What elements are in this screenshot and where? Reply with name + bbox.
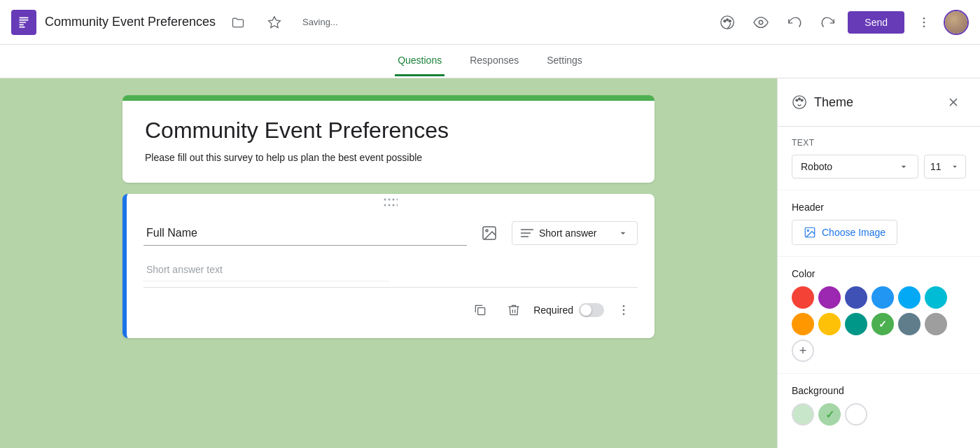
svg-point-7 xyxy=(724,20,726,22)
color-section: Color + xyxy=(778,257,980,374)
more-options-question-btn[interactable] xyxy=(610,296,638,324)
topbar-right: Send xyxy=(713,8,969,36)
color-swatch-teal[interactable] xyxy=(845,313,867,335)
undo-icon-btn[interactable] xyxy=(780,8,808,36)
palette-icon-btn[interactable] xyxy=(713,8,741,36)
font-size: 11 xyxy=(930,161,941,172)
svg-point-16 xyxy=(393,199,395,201)
add-image-btn[interactable] xyxy=(475,219,503,247)
svg-rect-27 xyxy=(478,308,485,315)
theme-panel: Theme Text Roboto 11 xyxy=(777,78,980,448)
choose-image-label: Choose Image xyxy=(822,227,886,238)
svg-rect-1 xyxy=(19,19,28,20)
color-swatch-orange[interactable] xyxy=(792,313,814,335)
svg-point-33 xyxy=(799,98,801,100)
color-swatch-red[interactable] xyxy=(792,286,814,309)
text-section-label: Text xyxy=(792,138,966,148)
choose-image-btn[interactable]: Choose Image xyxy=(792,220,897,245)
document-title: Community Event Preferences xyxy=(45,15,216,29)
form-title: Community Event Preferences xyxy=(145,118,632,144)
more-options-btn[interactable] xyxy=(910,8,938,36)
svg-rect-4 xyxy=(19,26,24,27)
svg-point-14 xyxy=(384,199,386,201)
svg-point-17 xyxy=(397,199,398,201)
delete-btn[interactable] xyxy=(500,296,528,324)
svg-point-21 xyxy=(397,204,398,206)
svg-rect-2 xyxy=(19,22,26,23)
bg-swatch-white[interactable] xyxy=(845,403,867,426)
required-label: Required xyxy=(533,304,573,316)
color-swatch-purple[interactable] xyxy=(818,286,841,309)
svg-point-6 xyxy=(721,15,734,28)
drag-handle[interactable] xyxy=(127,194,654,208)
font-row: Roboto 11 xyxy=(792,155,966,178)
header-section: Header Choose Image xyxy=(778,190,980,257)
question-body: Short answer Short answer text xyxy=(127,208,654,338)
color-swatch-indigo[interactable] xyxy=(845,286,867,309)
star-icon-btn[interactable] xyxy=(260,8,288,36)
tabs-bar: Questions Responses Settings xyxy=(0,45,980,78)
svg-point-19 xyxy=(388,204,391,206)
svg-point-34 xyxy=(801,99,803,102)
svg-rect-3 xyxy=(19,24,24,25)
panel-header: Theme xyxy=(778,78,980,127)
svg-point-20 xyxy=(393,204,395,206)
svg-point-18 xyxy=(384,204,386,206)
font-size-select[interactable]: 11 xyxy=(924,155,966,178)
answer-type-select[interactable]: Short answer xyxy=(512,221,638,245)
eye-icon-btn[interactable] xyxy=(747,8,775,36)
canvas-area: Community Event Preferences Please fill … xyxy=(0,78,777,448)
svg-point-11 xyxy=(923,17,925,19)
app-icon xyxy=(11,10,36,35)
answer-text-preview: Short answer text xyxy=(144,258,388,281)
svg-point-9 xyxy=(729,20,732,22)
form-description: Please fill out this survey to help us p… xyxy=(145,152,632,163)
background-section-label: Background xyxy=(792,385,966,396)
close-panel-btn[interactable] xyxy=(941,90,966,115)
font-name: Roboto xyxy=(801,161,832,172)
bg-swatch-light-green-2[interactable] xyxy=(818,403,841,426)
folder-icon-btn[interactable] xyxy=(224,8,252,36)
color-swatch-cyan[interactable] xyxy=(925,286,947,309)
required-toggle[interactable] xyxy=(579,303,604,317)
add-custom-color-btn[interactable]: + xyxy=(792,340,814,362)
question-title-input[interactable] xyxy=(144,221,467,246)
color-swatch-grey[interactable] xyxy=(925,313,947,335)
bg-swatch-light-green-1[interactable] xyxy=(792,403,814,426)
svg-point-15 xyxy=(388,199,391,201)
svg-point-23 xyxy=(486,230,488,232)
background-section: Background xyxy=(778,374,980,437)
palette-panel-icon xyxy=(792,94,807,110)
color-swatch-blue[interactable] xyxy=(872,286,894,309)
duplicate-btn[interactable] xyxy=(466,296,494,324)
color-swatch-green[interactable] xyxy=(872,313,894,335)
tab-questions[interactable]: Questions xyxy=(395,46,444,76)
tab-responses[interactable]: Responses xyxy=(467,46,522,76)
color-swatch-blue-grey[interactable] xyxy=(898,313,920,335)
form-header-card: Community Event Preferences Please fill … xyxy=(122,95,654,183)
svg-point-38 xyxy=(807,230,808,231)
svg-point-12 xyxy=(923,21,925,23)
svg-point-29 xyxy=(623,309,625,312)
svg-point-32 xyxy=(796,99,798,102)
text-section: Text Roboto 11 xyxy=(778,127,980,190)
panel-title-row: Theme xyxy=(792,94,853,110)
color-swatch-light-blue[interactable] xyxy=(898,286,920,309)
redo-icon-btn[interactable] xyxy=(814,8,842,36)
question-bottom-row: Required xyxy=(144,287,638,327)
bg-swatches xyxy=(792,403,966,426)
header-section-label: Header xyxy=(792,202,966,213)
svg-rect-0 xyxy=(19,17,28,18)
main-layout: Community Event Preferences Please fill … xyxy=(0,78,980,448)
send-button[interactable]: Send xyxy=(848,11,904,34)
font-select[interactable]: Roboto xyxy=(792,155,918,178)
form-header-content: Community Event Preferences Please fill … xyxy=(122,101,654,183)
avatar[interactable] xyxy=(944,10,969,35)
tab-settings[interactable]: Settings xyxy=(544,46,585,76)
color-swatch-amber[interactable] xyxy=(818,313,841,335)
panel-title: Theme xyxy=(814,95,853,110)
saving-text: Saving... xyxy=(302,17,338,27)
answer-type-label: Short answer xyxy=(539,227,596,239)
svg-point-28 xyxy=(623,305,625,307)
topbar: Community Event Preferences Saving... xyxy=(0,0,980,45)
